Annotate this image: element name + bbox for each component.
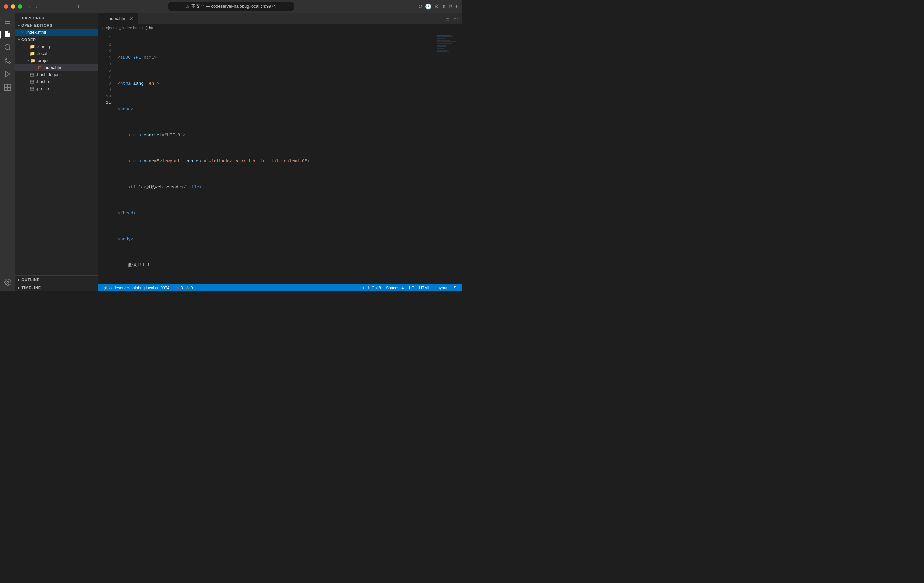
line-number-5: 5 xyxy=(99,61,115,67)
minimap-line-4 xyxy=(437,40,450,41)
file-item-index-html[interactable]: ◻ index.html xyxy=(15,64,99,71)
folder-item-local[interactable]: › 📁 .local xyxy=(15,50,99,57)
history-button[interactable]: 🕐 xyxy=(425,3,432,10)
svg-rect-5 xyxy=(5,84,7,86)
folder-item-project[interactable]: ▾ 📂 project xyxy=(15,57,99,64)
tab-icon: ◻ xyxy=(102,16,106,21)
reload-button[interactable]: ↻ xyxy=(418,3,422,10)
file-name-index-html: index.html xyxy=(44,65,63,70)
close-icon[interactable]: ✕ xyxy=(21,30,24,35)
breadcrumb-sep-2: › xyxy=(142,26,144,30)
open-editors-chevron: ▾ xyxy=(18,24,20,27)
activity-item-scm[interactable] xyxy=(2,55,14,67)
open-editor-item-index-html[interactable]: ✕ index.html xyxy=(15,29,99,36)
code-line-2: <html lang="en"> xyxy=(118,80,436,87)
settings-button[interactable]: ⚙ xyxy=(434,3,439,10)
folder-icon: 📁 xyxy=(30,44,35,49)
add-tab-button[interactable]: + xyxy=(455,3,458,9)
open-editors-section: ▾ OPEN EDITORS ✕ index.html xyxy=(15,22,99,36)
tab-index-html[interactable]: ◻ index.html ✕ xyxy=(99,13,138,24)
svg-point-9 xyxy=(7,281,9,283)
tabs-button[interactable]: ⧉ xyxy=(449,3,452,9)
timeline-chevron: › xyxy=(18,286,20,289)
share-button[interactable]: ⬆ xyxy=(442,3,446,10)
status-layout[interactable]: Layout: U.S. xyxy=(433,284,459,292)
status-errors[interactable]: ✕ 0 ⚠ 0 xyxy=(174,284,195,292)
close-button[interactable] xyxy=(4,4,8,9)
sidebar-footer: › OUTLINE › TIMELINE xyxy=(15,275,99,292)
code-content[interactable]: <!DOCTYPE html> <html lang="en"> <head> … xyxy=(115,32,436,284)
breadcrumb-symbol[interactable]: ⬡html xyxy=(145,26,157,30)
minimap-line-11 xyxy=(437,51,449,52)
bash-logout-icon: ▤ xyxy=(30,72,34,77)
minimap xyxy=(436,32,462,284)
back-button[interactable]: ‹ xyxy=(26,3,32,10)
code-line-4: <meta charset="UTF-8"> xyxy=(118,132,436,139)
code-editor[interactable]: 1 2 3 4 5 6 7 8 9 10 11 <!DOCTYPE html> … xyxy=(99,32,462,284)
folder-item-config[interactable]: › 📁 .config xyxy=(15,43,99,50)
nav-controls: ‹ › ⊡ xyxy=(26,3,40,10)
url-text: 不安全 — codeserver-halobug.local.cn:9974 xyxy=(191,3,276,9)
run-icon xyxy=(4,70,11,79)
activity-item-explorer[interactable] xyxy=(2,29,14,41)
line-number-11: 11 xyxy=(99,99,115,106)
status-spaces[interactable]: Spaces: 4 xyxy=(384,284,406,292)
editor-tabs: ◻ index.html ✕ ⊟ ··· xyxy=(99,13,462,24)
code-line-1: <!DOCTYPE html> xyxy=(118,54,436,61)
file-name-profile: .profile xyxy=(36,86,49,91)
file-item-bashrc[interactable]: ▤ .bashrc xyxy=(15,78,99,85)
window-controls xyxy=(4,4,22,9)
minimap-line-3 xyxy=(437,38,446,39)
maximize-button[interactable] xyxy=(18,4,22,9)
status-language[interactable]: HTML xyxy=(417,284,432,292)
activity-bar-bottom xyxy=(2,277,14,292)
file-item-profile[interactable]: ▤ .profile xyxy=(15,85,99,92)
line-number-8: 8 xyxy=(99,80,115,87)
breadcrumb-project[interactable]: project xyxy=(102,26,114,30)
svg-rect-7 xyxy=(8,87,11,90)
svg-marker-4 xyxy=(6,71,10,76)
address-bar[interactable]: ⚠ 不安全 — codeserver-halobug.local.cn:9974 xyxy=(168,2,294,11)
status-bar-left: ⚡ codeserver-halobug.local.cn:9974 ✕ 0 ⚠… xyxy=(101,284,195,292)
status-position[interactable]: Ln 11, Col 8 xyxy=(357,284,383,292)
outline-chevron: › xyxy=(18,277,20,281)
activity-bar: ☰ xyxy=(0,13,15,292)
activity-item-run[interactable] xyxy=(2,69,14,81)
code-line-6: <title>测试web vscode</title> xyxy=(118,184,436,191)
status-bar: ⚡ codeserver-halobug.local.cn:9974 ✕ 0 ⚠… xyxy=(99,284,462,292)
line-number-4: 4 xyxy=(99,54,115,61)
minimap-line-2 xyxy=(437,36,453,37)
html-file-icon: ◻ xyxy=(38,65,41,70)
split-editor-button[interactable]: ⊟ xyxy=(444,15,451,22)
folder-name-local: .local xyxy=(37,51,47,56)
bashrc-icon: ▤ xyxy=(30,79,34,84)
outline-section[interactable]: › OUTLINE xyxy=(15,276,99,284)
activity-item-menu[interactable]: ☰ xyxy=(2,15,14,27)
activity-item-search[interactable] xyxy=(2,42,14,54)
svg-point-0 xyxy=(5,44,10,49)
minimize-button[interactable] xyxy=(11,4,15,9)
gear-icon xyxy=(4,279,11,287)
activity-item-settings[interactable] xyxy=(2,277,14,289)
sidebar-toggle-button[interactable]: ⊡ xyxy=(73,3,81,10)
code-line-7: </head> xyxy=(118,210,436,216)
code-line-5: <meta name="viewport" content="width=dev… xyxy=(118,158,436,165)
tab-close-button[interactable]: ✕ xyxy=(129,16,134,21)
tab-label: index.html xyxy=(108,16,127,21)
timeline-section[interactable]: › TIMELINE xyxy=(15,284,99,292)
coder-section-header[interactable]: ▾ CODER xyxy=(15,36,99,43)
file-name-bashrc: .bashrc xyxy=(36,79,50,84)
line-number-6: 6 xyxy=(99,67,115,74)
forward-button[interactable]: › xyxy=(34,3,39,10)
activity-item-extensions[interactable] xyxy=(2,82,14,94)
svg-rect-8 xyxy=(5,87,7,90)
breadcrumb: project › ◻index.html › ⬡html xyxy=(99,24,462,32)
more-actions-button[interactable]: ··· xyxy=(452,15,459,22)
open-editors-header[interactable]: ▾ OPEN EDITORS xyxy=(15,22,99,29)
folder-name-config: .config xyxy=(37,44,50,49)
status-encoding[interactable]: LF xyxy=(407,284,416,292)
status-remote[interactable]: ⚡ codeserver-halobug.local.cn:9974 xyxy=(101,284,171,292)
file-item-bash-logout[interactable]: ▤ .bash_logout xyxy=(15,71,99,78)
svg-point-2 xyxy=(9,61,11,63)
breadcrumb-file[interactable]: ◻index.html xyxy=(119,26,141,30)
